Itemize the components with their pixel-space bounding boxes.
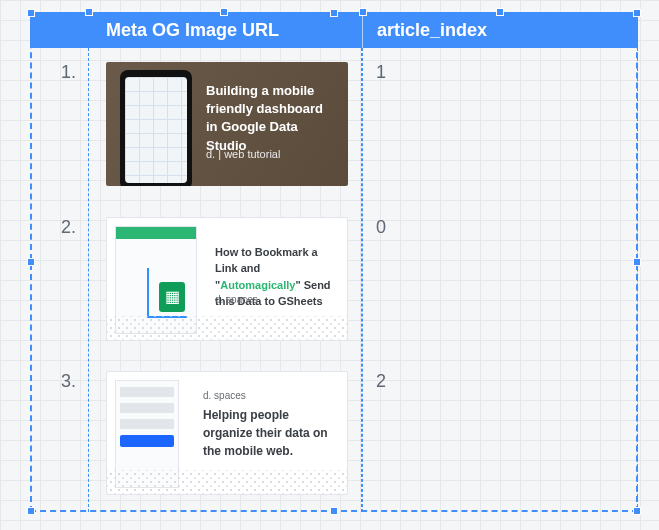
table-header-row: Meta OG Image URL article_index	[30, 12, 638, 48]
thumbnail-image[interactable]: Building a mobile friendly dashboard in …	[106, 62, 348, 186]
table-row: 2. ▦ How to Bookmark a Link and "Automag…	[30, 203, 638, 358]
data-table: Meta OG Image URL article_index 1. Build…	[30, 12, 638, 512]
thumb-subtitle: d. spaces	[215, 294, 258, 305]
table-row: 3. d. spaces Helping people organize the…	[30, 357, 638, 512]
sheets-icon: ▦	[159, 282, 185, 312]
thumbnail-image[interactable]: d. spaces Helping people organize their …	[106, 371, 348, 495]
thumb-subtitle: d. | web tutorial	[206, 148, 280, 160]
phone-mockup-icon	[120, 70, 192, 186]
pixel-pattern-icon	[107, 316, 347, 340]
cell-image: ▦ How to Bookmark a Link and "Automagica…	[88, 217, 362, 341]
row-number: 1.	[30, 62, 88, 83]
row-number: 3.	[30, 371, 88, 392]
table-body: 1. Building a mobile friendly dashboard …	[30, 48, 638, 512]
row-number: 2.	[30, 217, 88, 238]
header-article-index[interactable]: article_index	[363, 20, 638, 41]
thumb-subtitle: d. spaces	[203, 390, 246, 401]
cell-image: d. spaces Helping people organize their …	[88, 371, 362, 495]
header-image-url[interactable]: Meta OG Image URL	[88, 20, 362, 41]
pixel-pattern-icon	[107, 470, 347, 494]
cell-article-index: 2	[362, 371, 638, 392]
selected-table-component[interactable]: Meta OG Image URL article_index 1. Build…	[30, 12, 638, 512]
thumb-title: Building a mobile friendly dashboard in …	[206, 82, 338, 155]
table-row: 1. Building a mobile friendly dashboard …	[30, 48, 638, 203]
column-handle[interactable]	[359, 8, 367, 16]
cell-image: Building a mobile friendly dashboard in …	[88, 62, 362, 186]
thumb-title-accent: Automagically	[220, 279, 295, 291]
column-handle[interactable]	[220, 8, 228, 16]
thumb-title: Helping people organize their data on th…	[203, 406, 337, 460]
column-handle[interactable]	[496, 8, 504, 16]
cell-article-index: 1	[362, 62, 638, 83]
thumbnail-image[interactable]: ▦ How to Bookmark a Link and "Automagica…	[106, 217, 348, 341]
cell-article-index: 0	[362, 217, 638, 238]
column-handle[interactable]	[85, 8, 93, 16]
